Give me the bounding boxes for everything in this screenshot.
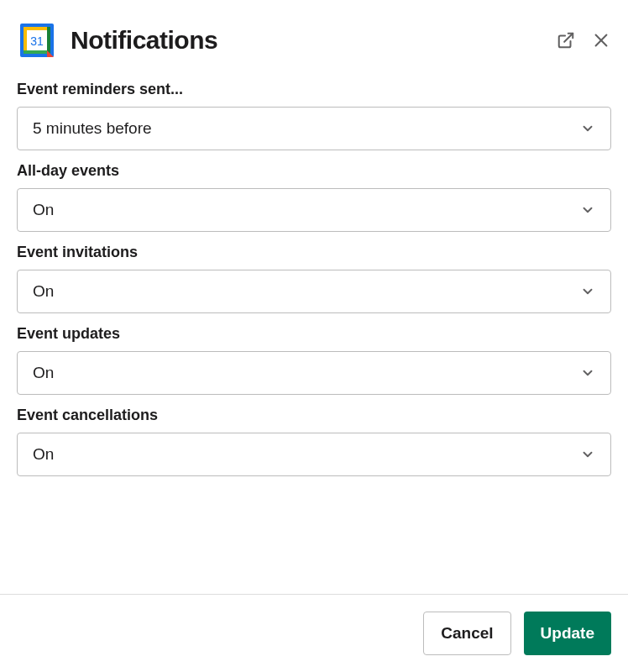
update-button[interactable]: Update <box>524 612 611 655</box>
event-invitations-value: On <box>33 282 54 301</box>
chevron-down-icon <box>580 202 595 218</box>
event-updates-field: Event updates On <box>17 325 611 395</box>
event-cancellations-select[interactable]: On <box>17 433 611 476</box>
svg-text:31: 31 <box>30 34 44 48</box>
modal-title: Notifications <box>71 26 542 55</box>
event-cancellations-value: On <box>33 445 54 464</box>
event-reminders-field: Event reminders sent... 5 minutes before <box>17 81 611 150</box>
event-reminders-value: 5 minutes before <box>33 119 152 138</box>
event-cancellations-field: Event cancellations On <box>17 407 611 476</box>
event-cancellations-label: Event cancellations <box>17 407 611 424</box>
modal-footer: Cancel Update <box>0 594 628 672</box>
svg-line-7 <box>564 34 573 42</box>
event-invitations-field: Event invitations On <box>17 244 611 313</box>
chevron-down-icon <box>580 121 595 136</box>
header-actions <box>556 30 611 50</box>
event-reminders-label: Event reminders sent... <box>17 81 611 98</box>
close-button[interactable] <box>591 30 611 50</box>
event-reminders-select[interactable]: 5 minutes before <box>17 107 611 150</box>
event-invitations-select[interactable]: On <box>17 270 611 313</box>
allday-events-value: On <box>33 201 54 219</box>
allday-events-label: All-day events <box>17 162 611 180</box>
event-updates-value: On <box>33 364 54 382</box>
allday-events-field: All-day events On <box>17 162 611 232</box>
open-external-button[interactable] <box>556 30 576 50</box>
cancel-button[interactable]: Cancel <box>423 612 510 655</box>
chevron-down-icon <box>580 284 595 299</box>
event-invitations-label: Event invitations <box>17 244 611 261</box>
google-calendar-app-icon: 31 <box>17 20 57 60</box>
modal-body: Event reminders sent... 5 minutes before… <box>0 81 628 476</box>
event-updates-select[interactable]: On <box>17 351 611 395</box>
allday-events-select[interactable]: On <box>17 188 611 232</box>
svg-rect-3 <box>47 27 50 54</box>
event-updates-label: Event updates <box>17 325 611 343</box>
chevron-down-icon <box>580 447 595 462</box>
svg-rect-2 <box>24 50 50 54</box>
chevron-down-icon <box>580 365 595 381</box>
modal-header: 31 Notifications <box>0 0 628 77</box>
